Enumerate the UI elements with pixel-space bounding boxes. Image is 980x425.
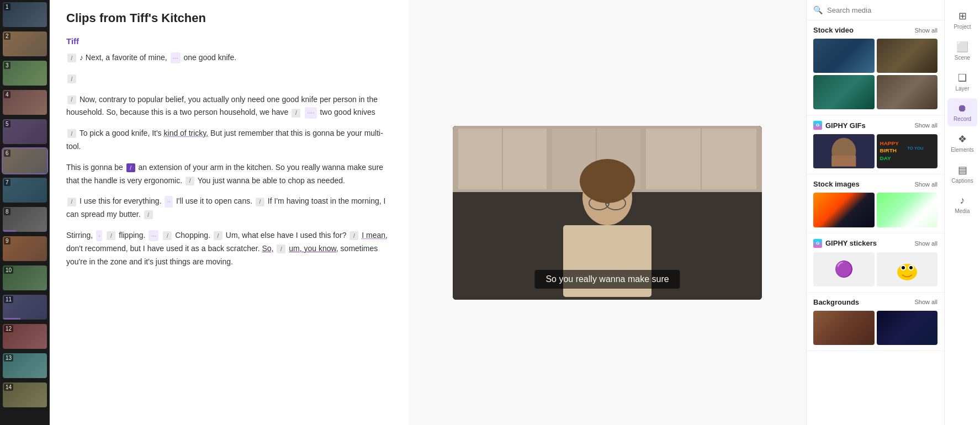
media-thumb[interactable] [877, 75, 938, 109]
sidebar-item-elements[interactable]: ❖ Elements [947, 129, 977, 157]
scene-icon: ⬜ [956, 41, 968, 53]
media-grid: HAPPY BIRTH DAY TO YOU [813, 134, 937, 168]
ellipsis: ·· [165, 196, 173, 207]
media-thumb[interactable] [877, 311, 938, 345]
underlined-text: kind of tricky. [164, 129, 209, 137]
media-thumb[interactable] [813, 193, 875, 227]
speaker-name: Tiff [66, 36, 392, 46]
underlined-text: So, [262, 244, 273, 253]
clip-title: Clips from Tiff's Kitchen [66, 11, 392, 25]
cut-marker[interactable]: / [349, 231, 358, 240]
ellipsis: · [96, 230, 102, 241]
section-title: Backgrounds [813, 298, 859, 306]
cut-marker[interactable]: / [256, 198, 264, 206]
filmstrip-item[interactable]: 8 [3, 207, 47, 232]
media-thumb[interactable]: 🟣 [813, 252, 875, 286]
cut-marker[interactable]: / [163, 231, 172, 240]
sidebar-item-scene[interactable]: ⬜ Scene [947, 36, 977, 65]
cut-marker[interactable]: / [214, 231, 223, 240]
filmstrip-item[interactable]: 10 [3, 265, 47, 290]
layer-icon: ❑ [958, 72, 967, 84]
section-header: G GIPHY GIFs Show all [813, 121, 937, 130]
filmstrip-item[interactable]: 12 [3, 324, 47, 349]
filmstrip-item[interactable]: 3 [3, 61, 47, 86]
cut-marker[interactable]: / [67, 198, 76, 206]
cut-marker[interactable]: / [277, 245, 285, 253]
transcript-block: / ♪ Next, a favorite of mine, ··· one go… [66, 51, 392, 65]
show-all-link[interactable]: Show all [914, 299, 937, 305]
video-preview: So you really wanna make sure [453, 126, 762, 300]
sidebar-item-captions[interactable]: ▤ Captions [947, 160, 977, 188]
filmstrip-item[interactable]: 4 [3, 90, 47, 115]
top-section: Clips from Tiff's Kitchen Tiff / ♪ Next,… [50, 0, 806, 425]
media-thumb[interactable] [877, 39, 938, 73]
section-header: Backgrounds Show all [813, 298, 937, 306]
cut-marker[interactable]: / [144, 210, 153, 219]
ellipsis: ···· [305, 107, 316, 118]
underlined-text: um, you know, [289, 244, 338, 253]
giphy-stickers-section: G GIPHY stickers Show all 🟣 [807, 233, 944, 293]
media-grid [813, 193, 937, 227]
filmstrip: 1 2 3 4 5 6 7 8 9 10 11 1 [0, 0, 50, 425]
transcript-panel: Clips from Tiff's Kitchen Tiff / ♪ Next,… [50, 0, 409, 425]
media-thumb[interactable] [813, 39, 875, 73]
giphy-icon: G [813, 121, 822, 130]
stock-images-section: Stock images Show all [807, 174, 944, 233]
media-thumb[interactable] [813, 134, 875, 168]
filmstrip-item[interactable]: 5 [3, 119, 47, 144]
sidebar-item-record[interactable]: ⏺ Record [947, 98, 977, 126]
subtitle-bar: So you really wanna make sure [534, 270, 680, 289]
sidebar-icons: ⊞ Project ⬜ Scene ❑ Layer ⏺ Record ❖ Ele… [944, 0, 980, 425]
svg-rect-16 [831, 156, 856, 167]
captions-icon: ▤ [958, 164, 967, 176]
sidebar-item-media[interactable]: ♪ Media [947, 190, 977, 219]
sidebar-item-label: Elements [951, 147, 974, 153]
cut-marker[interactable]: / [292, 109, 300, 118]
cut-marker-active[interactable]: / [126, 163, 135, 172]
section-title: G GIPHY stickers [813, 239, 877, 248]
search-input[interactable] [827, 6, 937, 14]
sidebar-item-label: Media [955, 208, 970, 214]
svg-point-25 [902, 266, 905, 269]
ellipsis: ··· [171, 52, 181, 63]
video-placeholder: So you really wanna make sure [453, 126, 762, 300]
elements-icon: ❖ [958, 133, 967, 145]
sidebar-item-label: Layer [955, 86, 969, 92]
transcript-block: / Now, contrary to popular belief, you a… [66, 93, 392, 120]
filmstrip-item[interactable]: 13 [3, 353, 47, 378]
cut-marker[interactable]: / [107, 231, 115, 240]
cut-marker[interactable]: / [67, 95, 76, 104]
filmstrip-item[interactable]: 9 [3, 236, 47, 261]
cut-marker[interactable]: / [67, 75, 76, 83]
section-title: Stock video [813, 26, 854, 34]
show-all-link[interactable]: Show all [914, 240, 937, 247]
media-thumb[interactable] [877, 252, 938, 286]
filmstrip-item[interactable]: 14 [3, 382, 47, 407]
media-grid [813, 311, 937, 345]
media-thumb[interactable] [813, 311, 875, 345]
cut-marker[interactable]: / [67, 129, 76, 138]
media-thumb[interactable]: HAPPY BIRTH DAY TO YOU [877, 134, 938, 168]
show-all-link[interactable]: Show all [914, 122, 937, 129]
svg-point-22 [897, 264, 917, 280]
filmstrip-item[interactable]: 1 [3, 2, 47, 27]
filmstrip-item[interactable]: 11 [3, 295, 47, 320]
cut-marker[interactable]: / [186, 177, 194, 185]
svg-point-26 [909, 266, 913, 269]
show-all-link[interactable]: Show all [914, 27, 937, 34]
filmstrip-item[interactable]: 2 [3, 31, 47, 56]
show-all-link[interactable]: Show all [914, 181, 937, 188]
section-header: Stock video Show all [813, 26, 937, 34]
media-thumb[interactable] [813, 75, 875, 109]
cut-marker[interactable]: / [67, 54, 76, 62]
sidebar-item-layer[interactable]: ❑ Layer [947, 67, 977, 96]
media-grid [813, 39, 937, 109]
underlined-text: I mean, [362, 231, 388, 240]
media-grid: 🟣 [813, 252, 937, 286]
sidebar-item-project[interactable]: ⊞ Project [947, 6, 977, 34]
filmstrip-item[interactable]: 6 [3, 148, 47, 173]
media-thumb[interactable] [877, 193, 938, 227]
section-title: Stock images [813, 180, 860, 188]
filmstrip-item[interactable]: 7 [3, 178, 47, 203]
preview-area: So you really wanna make sure [409, 0, 806, 425]
